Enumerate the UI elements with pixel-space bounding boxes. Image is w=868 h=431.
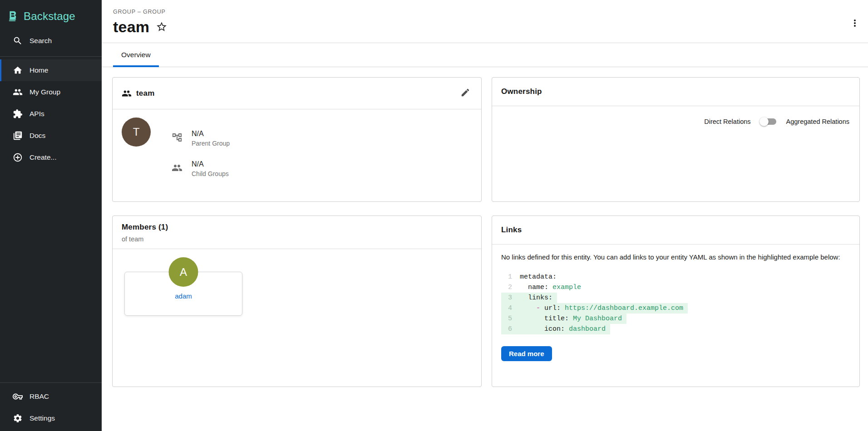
- team-profile-card: team T: [112, 77, 482, 202]
- sidebar-item-settings[interactable]: Settings: [0, 407, 102, 429]
- relations-toggle[interactable]: [761, 118, 776, 125]
- group-icon: [122, 88, 132, 98]
- members-card-title: Members (1): [122, 223, 472, 232]
- sidebar-item-label: Search: [30, 37, 52, 45]
- gear-icon: [13, 413, 23, 423]
- backstage-logo[interactable]: Backstage: [0, 0, 102, 30]
- code-line: 1metadata:: [501, 272, 850, 282]
- direct-relations-label: Direct Relations: [704, 118, 750, 125]
- code-line: 2 name: example: [501, 282, 850, 293]
- member-avatar: A: [169, 257, 198, 287]
- search-icon: [13, 36, 23, 46]
- sidebar-divider: [0, 56, 102, 57]
- app-root: Backstage Search Home My Group API: [0, 0, 868, 431]
- sidebar-item-docs[interactable]: Docs: [0, 125, 102, 147]
- code-line-highlighted: 5 title: My Dashboard: [501, 313, 850, 324]
- links-card-body: No links defined for this entity. You ca…: [492, 245, 859, 361]
- star-outline-icon: [156, 21, 168, 33]
- sidebar: Backstage Search Home My Group API: [0, 0, 102, 431]
- team-card-body: T N/A Parent Group: [113, 109, 481, 186]
- page-title: team: [113, 18, 149, 35]
- code-line-highlighted: 6 icon: dashboard: [501, 324, 850, 334]
- team-info-rows: N/A Parent Group N/A Child Groups: [172, 118, 230, 177]
- sidebar-item-create[interactable]: Create...: [0, 147, 102, 168]
- extension-icon: [13, 109, 23, 119]
- sidebar-bottom: RBAC Settings: [0, 378, 102, 431]
- sidebar-item-label: APIs: [30, 110, 44, 118]
- links-card-title: Links: [501, 225, 522, 235]
- team-avatar: T: [122, 118, 151, 147]
- child-groups-row: N/A Child Groups: [172, 160, 230, 177]
- members-card: Members (1) of team A adam: [112, 216, 482, 387]
- home-icon: [13, 65, 23, 75]
- sidebar-item-my-group[interactable]: My Group: [0, 81, 102, 103]
- sidebar-item-label: Create...: [30, 153, 56, 162]
- logo-text: Backstage: [24, 10, 75, 23]
- parent-group-text: N/A Parent Group: [192, 129, 230, 147]
- read-more-button[interactable]: Read more: [501, 346, 552, 361]
- tab-bar: Overview: [102, 43, 868, 67]
- toggle-thumb: [760, 117, 769, 126]
- pencil-icon: [460, 88, 470, 98]
- code-line-highlighted: 4 - url: https://dashboard.example.com: [501, 303, 850, 313]
- library-books-icon: [13, 131, 23, 141]
- parent-group-row: N/A Parent Group: [172, 129, 230, 147]
- child-groups-text: N/A Child Groups: [192, 160, 229, 177]
- members-card-header: Members (1) of team: [113, 216, 481, 249]
- child-groups-caption: Child Groups: [192, 170, 229, 177]
- members-card-subtitle: of team: [122, 235, 472, 243]
- parent-group-value: N/A: [192, 129, 230, 138]
- member-card[interactable]: A adam: [124, 272, 242, 316]
- ownership-card-header: Ownership: [492, 78, 859, 106]
- links-card-header: Links: [492, 216, 859, 245]
- child-groups-value: N/A: [192, 160, 229, 169]
- sidebar-item-rbac[interactable]: RBAC: [0, 386, 102, 407]
- aggregated-relations-label: Aggregated Relations: [786, 118, 849, 125]
- account-tree-icon: [172, 132, 182, 143]
- sidebar-item-label: Settings: [30, 414, 55, 422]
- favorite-star-button[interactable]: [156, 20, 168, 33]
- sidebar-item-home[interactable]: Home: [0, 59, 102, 81]
- sidebar-item-label: RBAC: [30, 392, 49, 401]
- sidebar-item-apis[interactable]: APIs: [0, 103, 102, 125]
- team-card-title: team: [136, 89, 155, 98]
- add-circle-icon: [13, 152, 23, 162]
- members-card-body: A adam: [113, 272, 481, 316]
- page-header: GROUP – GROUP team: [102, 0, 868, 43]
- parent-group-caption: Parent Group: [192, 140, 230, 147]
- group-icon: [172, 162, 182, 173]
- ownership-card-body: Direct Relations Aggregated Relations: [492, 106, 859, 137]
- content-grid: team T: [102, 67, 868, 431]
- sidebar-divider: [0, 382, 102, 383]
- ownership-card-title: Ownership: [501, 87, 542, 96]
- sidebar-item-label: My Group: [30, 88, 60, 96]
- group-icon: [13, 87, 23, 97]
- edit-button[interactable]: [460, 88, 472, 99]
- sidebar-item-label: Home: [30, 66, 48, 74]
- yaml-code-block: 1metadata: 2 name: example 3 links: 4 - …: [501, 272, 850, 334]
- member-link[interactable]: adam: [175, 292, 192, 300]
- more-vert-icon: [849, 18, 860, 29]
- breadcrumb: GROUP – GROUP: [113, 8, 857, 15]
- sidebar-item-label: Docs: [30, 132, 45, 140]
- team-card-header: team: [113, 78, 481, 109]
- title-row: team: [113, 18, 857, 35]
- entity-context-menu-button[interactable]: [848, 16, 862, 30]
- sidebar-item-search[interactable]: Search: [0, 30, 102, 52]
- code-line-highlighted: 3 links:: [501, 293, 850, 303]
- links-empty-text: No links defined for this entity. You ca…: [501, 252, 848, 263]
- tab-overview[interactable]: Overview: [113, 43, 159, 67]
- backstage-logo-icon: [7, 10, 19, 22]
- links-card: Links No links defined for this entity. …: [492, 216, 860, 387]
- main-area: GROUP – GROUP team Overview: [102, 0, 868, 431]
- ownership-card: Ownership Direct Relations Aggregated Re…: [492, 77, 860, 202]
- key-icon: [13, 392, 23, 402]
- sidebar-spacer: [0, 168, 102, 378]
